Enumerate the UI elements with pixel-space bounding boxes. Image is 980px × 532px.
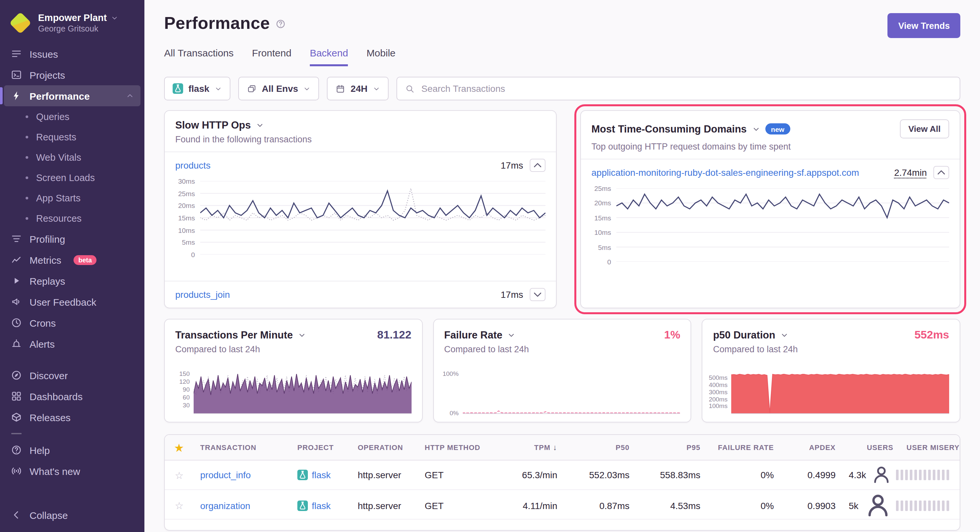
sidebar-item-resources[interactable]: Resources [4, 208, 140, 228]
project-filter-label: flask [188, 83, 209, 94]
search-icon [405, 84, 415, 94]
search-input[interactable] [420, 83, 952, 94]
sidebar-item-what-s-new[interactable]: What's new [4, 461, 140, 481]
sidebar-item-screen-loads[interactable]: Screen Loads [4, 167, 140, 187]
failure-rate-cell: 0% [707, 470, 780, 480]
tab-mobile[interactable]: Mobile [367, 47, 396, 66]
time-range-dropdown[interactable]: 24H [327, 77, 388, 100]
sidebar-item-queries[interactable]: Queries [4, 106, 140, 127]
sidebar-item-label: Queries [36, 111, 70, 122]
transaction-link[interactable]: product_info [200, 470, 251, 480]
sidebar-item-crons[interactable]: Crons [4, 312, 140, 333]
p50-cell: 552.03ms [564, 470, 636, 480]
tab-all-transactions[interactable]: All Transactions [164, 47, 234, 66]
chevron-up-icon[interactable] [126, 92, 134, 100]
bullet-icon [25, 197, 28, 199]
project-link[interactable]: flask [312, 470, 331, 480]
collapse-toggle[interactable] [933, 166, 949, 179]
column-header-transaction[interactable]: TRANSACTION [194, 443, 291, 451]
chevron-down-icon[interactable] [780, 331, 788, 339]
column-header-http-method[interactable]: HTTP METHOD [418, 443, 492, 451]
view-all-button[interactable]: View All [900, 119, 949, 138]
sidebar-item-issues[interactable]: Issues [4, 43, 140, 64]
widget-title: Most Time-Consuming Domains [592, 123, 747, 135]
sidebar-item-metrics[interactable]: Metricsbeta [4, 249, 140, 270]
org-logo [9, 12, 32, 34]
table-row-product-info: ☆product_infoflaskhttp.serverGET65.3/min… [165, 461, 960, 490]
chevron-down-icon [373, 85, 380, 92]
star-icon[interactable]: ☆ [175, 470, 184, 480]
stat-subtitle: Compared to last 24h [444, 345, 680, 354]
sidebar-item-user-feedback[interactable]: User Feedback [4, 291, 140, 312]
sidebar-item-web-vitals[interactable]: Web Vitals [4, 147, 140, 167]
y-axis-tick: 15ms [178, 214, 195, 222]
column-header-user-misery[interactable]: USER MISERY [900, 443, 960, 451]
column-header-p95[interactable]: P95 [636, 443, 707, 451]
chevron-down-icon[interactable] [508, 331, 515, 339]
sidebar-item-replays[interactable]: Replays [4, 270, 140, 291]
duration-value[interactable]: 2.74min [888, 167, 927, 178]
help-icon[interactable] [275, 18, 286, 30]
sidebar-item-requests[interactable]: Requests [4, 127, 140, 147]
view-trends-button[interactable]: View Trends [888, 13, 960, 38]
sidebar-item-projects[interactable]: Projects [4, 64, 140, 85]
star-column-header[interactable]: ★ [165, 443, 194, 452]
column-header-users[interactable]: USERS [842, 443, 900, 451]
sidebar-nav: IssuesProjectsPerformanceQueriesRequests… [0, 43, 145, 499]
column-header-failure-rate[interactable]: FAILURE RATE [707, 443, 780, 451]
user-misery-cell [900, 470, 960, 480]
sidebar-item-app-starts[interactable]: App Starts [4, 187, 140, 208]
sidebar-item-discover[interactable]: Discover [4, 365, 140, 386]
sidebar-item-performance[interactable]: Performance [4, 85, 140, 106]
tab-backend[interactable]: Backend [310, 47, 348, 66]
expand-toggle[interactable] [530, 288, 546, 301]
y-axis-tick: 120 [179, 378, 190, 385]
transaction-link[interactable]: organization [200, 500, 250, 511]
project-filter-dropdown[interactable]: flask [164, 77, 231, 100]
chevron-down-icon[interactable] [298, 331, 306, 339]
column-header-tpm[interactable]: TPM↓ [492, 443, 564, 452]
operation-cell: http.server [351, 500, 418, 511]
operation-cell: http.server [351, 470, 418, 480]
sidebar-collapse-button[interactable]: Collapse [4, 505, 140, 526]
chevron-down-icon[interactable] [256, 121, 264, 129]
sidebar-item-profiling[interactable]: Profiling [4, 228, 140, 249]
column-header-project[interactable]: PROJECT [291, 443, 351, 451]
flask-project-icon [173, 83, 183, 94]
tab-frontend[interactable]: Frontend [252, 47, 291, 66]
sidebar-item-label: Profiling [30, 233, 65, 245]
apdex-cell: 0.9903 [780, 500, 842, 511]
bullet-icon [25, 156, 28, 159]
environment-filter-dropdown[interactable]: All Envs [238, 77, 319, 100]
column-header-apdex[interactable]: APDEX [780, 443, 842, 451]
star-icon[interactable]: ☆ [175, 500, 184, 510]
sidebar-item-releases[interactable]: Releases [4, 407, 140, 428]
domain-link[interactable]: application-monitoring-ruby-dot-sales-en… [592, 167, 859, 178]
duration-value: 17ms [494, 160, 523, 171]
project-link[interactable]: flask [312, 500, 331, 511]
sidebar-item-help[interactable]: Help [4, 440, 140, 461]
org-switcher[interactable]: Empower Plant George Gritsouk [0, 8, 145, 43]
issues-icon [11, 48, 22, 60]
filter-bar: flask All Envs 24H [164, 77, 960, 100]
column-header-p50[interactable]: P50 [564, 443, 636, 451]
column-header-operation[interactable]: OPERATION [351, 443, 418, 451]
transaction-link[interactable]: products [175, 160, 210, 171]
table-body: ☆product_infoflaskhttp.serverGET65.3/min… [165, 461, 960, 519]
transaction-link[interactable]: products_join [175, 289, 230, 300]
domains-chart [616, 188, 949, 262]
sidebar-item-dashboards[interactable]: Dashboards [4, 386, 140, 407]
collapse-toggle[interactable] [530, 159, 546, 172]
calendar-icon [336, 84, 345, 94]
users-cell: 5k [842, 490, 900, 521]
sidebar-item-alerts[interactable]: Alerts [4, 333, 140, 354]
most-time-consuming-domains-widget: Most Time-Consuming Domains new View All… [580, 110, 960, 308]
p50-duration-chart [732, 374, 949, 414]
flask-project-icon [298, 470, 308, 480]
y-axis-tick: 30 [183, 402, 190, 409]
dashboards-icon [11, 390, 22, 402]
chart-y-axis: 30ms25ms20ms15ms10ms5ms0 [171, 181, 200, 254]
y-axis-tick: 30ms [178, 177, 195, 185]
chevron-down-icon[interactable] [752, 125, 760, 133]
accordion-row-domain: application-monitoring-ruby-dot-sales-en… [581, 159, 960, 186]
